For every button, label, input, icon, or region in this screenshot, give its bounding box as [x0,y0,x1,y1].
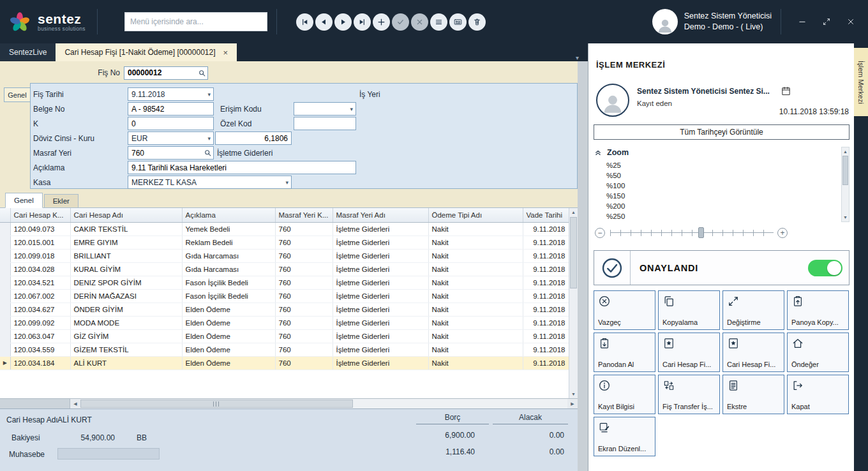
nav-first-button[interactable] [296,13,313,31]
restore-button[interactable] [814,9,839,34]
erisim-kodu-select[interactable]: ▾ [294,102,356,116]
zoom-option[interactable]: %200 [606,201,849,211]
nav-last-button[interactable] [354,13,371,31]
view-history-button[interactable]: Tüm Tarihçeyi Görüntüle [594,124,849,140]
approve-button[interactable] [392,13,409,31]
zoom-slider[interactable]: − + [594,226,849,240]
cell[interactable]: 120.049.073 [10,222,70,236]
cell[interactable]: İşletme Giderleri [333,276,428,289]
slider-thumb[interactable] [698,227,704,238]
cell[interactable]: İşletme Giderleri [333,356,428,370]
cell[interactable]: İşletme Giderleri [333,316,428,329]
cell[interactable]: 9.11.2018 [523,356,569,370]
menu-search[interactable] [124,12,267,31]
action-tile[interactable]: Değiştirme [722,290,784,330]
nav-next-button[interactable] [334,13,352,31]
table-row[interactable]: 120.034.627ÖNDER GİYİMElden Ödeme760İşle… [0,303,569,316]
zoom-option[interactable]: %150 [606,191,849,201]
grid-tab-genel[interactable]: Genel [5,193,43,208]
add-button[interactable] [373,13,390,31]
action-tile[interactable]: Panoya Kopy... [787,290,849,330]
column-header[interactable]: Cari Hesap K... [10,208,70,222]
kasa-select[interactable]: MERKEZ TL KASA▾ [128,176,292,189]
cell[interactable]: Nakit [428,343,523,356]
zoom-option[interactable]: %100 [606,181,849,191]
table-row[interactable]: 120.034.559GİZEM TEKSTİLElden Ödeme760İş… [0,343,569,356]
cell[interactable]: Nakit [428,329,523,343]
cell[interactable]: İşletme Giderleri [333,222,428,236]
action-tile[interactable]: Kopyalama [658,290,720,330]
zoom-out-button[interactable]: − [595,228,605,238]
tab-cari-hesap-fisi[interactable]: Cari Hesap Fişi [1-Nakit Ödeme] [0000001… [56,43,237,61]
cell[interactable]: Nakit [428,289,523,303]
cell[interactable]: İşletme Giderleri [333,329,428,343]
cell[interactable]: 760 [275,343,333,356]
cell[interactable]: 120.034.559 [10,343,70,356]
cell[interactable]: Gıda Harcaması [182,262,275,276]
action-tile[interactable]: Ekstre [722,375,784,414]
grid-hscrollbar[interactable]: ◀ ▶ [0,398,578,408]
cancel-button[interactable] [411,13,428,31]
zoom-option[interactable]: %250 [606,211,849,221]
cell[interactable]: 120.034.627 [10,303,70,316]
cell[interactable]: 9.11.2018 [523,329,569,343]
cell[interactable]: Nakit [428,356,523,370]
cell[interactable]: ÖNDER GİYİM [70,303,182,316]
cell[interactable]: 9.11.2018 [523,303,569,316]
cell[interactable]: 760 [275,236,333,249]
fis-tarihi-select[interactable]: 9.11.2018▾ [128,87,214,101]
cell[interactable]: 120.063.047 [10,329,70,343]
cell[interactable]: Nakit [428,262,523,276]
table-row[interactable]: 120.049.073CAKIR TEKSTİLYemek Bedeli760İ… [0,222,569,236]
action-tile[interactable]: Ekran Düzenl... [594,417,655,456]
search-input[interactable] [130,17,262,26]
scrollbar-thumb[interactable] [80,400,353,408]
cell[interactable]: 9.11.2018 [523,316,569,329]
cell[interactable]: Fason İşçilik Bedeli [182,276,275,289]
action-tile[interactable]: Kayıt Bilgisi [594,375,655,414]
cell[interactable]: 760 [275,249,333,262]
cell[interactable]: ALİ KURT [70,356,182,370]
scrollbar-thumb[interactable] [570,217,577,288]
cell[interactable]: Reklam Bedeli [182,236,275,249]
zoom-scrollbar[interactable]: ▲ ▼ [841,147,849,222]
scroll-up-icon[interactable]: ▲ [842,147,849,156]
cell[interactable]: Elden Ödeme [182,343,275,356]
fis-no-input[interactable] [124,67,207,79]
cell[interactable]: DENIZ SPOR GİYİM [70,276,182,289]
cell[interactable]: 760 [275,329,333,343]
minimize-button[interactable] [790,9,814,34]
cell[interactable]: Fason İşçilik Bedeli [182,289,275,303]
search-icon[interactable] [204,149,212,157]
cell[interactable]: Nakit [428,276,523,289]
cell[interactable]: CAKIR TEKSTİL [70,222,182,236]
cell[interactable]: 760 [275,289,333,303]
masraf-yeri-input[interactable] [128,147,213,159]
cell[interactable]: 9.11.2018 [523,222,569,236]
scroll-down-icon[interactable]: ▼ [569,390,578,398]
cell[interactable]: 760 [275,262,333,276]
k-input[interactable] [128,117,213,130]
action-tile[interactable]: Cari Hesap Fi... [722,333,784,372]
cell[interactable]: Nakit [428,249,523,262]
nav-prev-button[interactable] [315,13,333,31]
cell[interactable]: 120.034.028 [10,262,70,276]
table-row[interactable]: 120.067.002DERİN MAĞAZASIFason İşçilik B… [0,289,569,303]
user-block[interactable]: Sentez Sistem Yöneticisi Demo - Demo - (… [652,9,772,34]
cell[interactable]: Nakit [428,222,523,236]
scroll-up-icon[interactable]: ▲ [569,208,578,216]
action-tile[interactable]: Vazgeç [594,290,655,330]
close-button[interactable] [839,9,863,34]
approval-toggle[interactable] [808,260,842,276]
cell[interactable]: 9.11.2018 [523,289,569,303]
column-header[interactable]: Masraf Yeri K... [275,208,333,222]
cell[interactable]: Gıda Harcaması [182,249,275,262]
tab-list-dropdown-icon[interactable]: ▾ [576,54,588,61]
table-row[interactable]: ▶120.034.184ALİ KURTElden Ödeme760İşletm… [0,356,569,370]
cell[interactable]: Elden Ödeme [182,329,275,343]
column-header[interactable]: Ödeme Tipi Adı [428,208,523,222]
cell[interactable]: İşletme Giderleri [333,262,428,276]
column-header[interactable]: Masraf Yeri Adı [333,208,428,222]
cell[interactable]: Nakit [428,303,523,316]
kur-input[interactable] [216,132,291,144]
